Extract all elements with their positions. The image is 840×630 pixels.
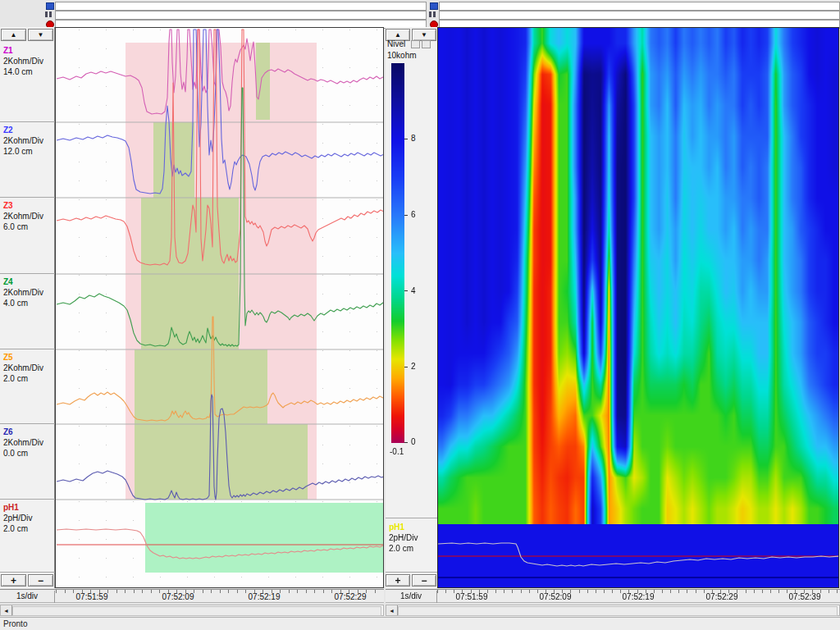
zoom-in-button[interactable]: + bbox=[386, 574, 410, 587]
divider bbox=[0, 499, 55, 500]
channel-position: 6.0 cm bbox=[3, 221, 43, 232]
channel-id: pH1 bbox=[389, 522, 418, 532]
ph-episode-mint bbox=[145, 503, 383, 573]
channel-id: Z3 bbox=[3, 200, 43, 211]
channel-id: Z2 bbox=[3, 125, 43, 135]
scroll-up-button[interactable]: ▲ bbox=[1, 29, 26, 41]
zoom-out-button[interactable]: − bbox=[28, 574, 53, 587]
channel-scale: 2Kohm/Div bbox=[3, 135, 43, 146]
scrollbar-thumb[interactable] bbox=[398, 606, 838, 616]
minor-tick bbox=[211, 590, 212, 593]
minor-tick bbox=[116, 590, 117, 593]
minor-tick bbox=[454, 590, 454, 593]
divider bbox=[386, 572, 437, 573]
minor-tick bbox=[65, 590, 66, 593]
scroll-down-button[interactable]: ▼ bbox=[412, 29, 436, 41]
minor-tick bbox=[687, 590, 687, 593]
channel-position: 2.0 cm bbox=[3, 523, 33, 534]
minor-tick bbox=[620, 590, 621, 593]
colorbar-tick: 4 bbox=[411, 286, 416, 295]
minor-tick bbox=[521, 590, 522, 593]
channel-id: Z4 bbox=[3, 276, 43, 287]
channel-scale: 2Kohm/Div bbox=[3, 287, 43, 298]
minor-tick bbox=[837, 590, 838, 593]
minor-tick bbox=[495, 590, 496, 593]
time-tick-label: 07:52:09 bbox=[540, 592, 572, 601]
impedance-contour-plot[interactable] bbox=[437, 27, 839, 588]
divider bbox=[0, 197, 55, 198]
scroll-left-button[interactable]: ◄ bbox=[386, 605, 398, 615]
level-step-box-2[interactable] bbox=[422, 40, 431, 48]
minor-tick bbox=[237, 590, 238, 593]
ph-strip[interactable] bbox=[438, 524, 838, 587]
minor-tick bbox=[787, 590, 788, 593]
divider bbox=[0, 572, 55, 573]
channel-id: Z1 bbox=[3, 45, 43, 56]
minor-tick bbox=[142, 590, 143, 593]
marker-strip-right-2 bbox=[439, 11, 840, 20]
minor-tick bbox=[56, 590, 57, 593]
contour-scale-gutter: ▲ ▼ Nivel 10kohm 8 6 4 2 0 -0.1 pH1 2pH/… bbox=[386, 27, 437, 588]
channel-scale: 2pH/Div bbox=[3, 513, 33, 523]
time-axis-right: 1s/div 07:51:59 07:52:09 07:52:19 07:52:… bbox=[386, 589, 840, 603]
time-axis-left: 1s/div 07:51:59 07:52:09 07:52:19 07:52:… bbox=[0, 589, 384, 603]
impedance-trace-plot[interactable] bbox=[55, 27, 384, 588]
scroll-left-button[interactable]: ◄ bbox=[1, 605, 12, 615]
minor-tick bbox=[678, 590, 679, 593]
minor-tick bbox=[829, 590, 829, 593]
channel-label-z4: Z4 2Kohm/Div 4.0 cm bbox=[3, 276, 43, 308]
minor-tick bbox=[220, 590, 221, 593]
minor-tick bbox=[662, 590, 663, 593]
time-tick-label: 07:52:19 bbox=[249, 592, 281, 601]
trace-pH1-right bbox=[438, 543, 838, 566]
status-bar: Pronto bbox=[0, 617, 840, 630]
channel-id: Z6 bbox=[3, 427, 43, 437]
minor-tick bbox=[125, 590, 126, 593]
minor-tick bbox=[445, 590, 446, 593]
zoom-out-button[interactable]: − bbox=[412, 574, 436, 587]
users-icon bbox=[45, 11, 52, 18]
time-tick-label: 07:52:29 bbox=[706, 592, 738, 601]
level-step-box-1[interactable] bbox=[411, 40, 420, 48]
users-icon bbox=[429, 11, 436, 18]
minor-tick bbox=[696, 590, 696, 593]
minor-tick bbox=[612, 590, 613, 593]
channel-scale: 2Kohm/Div bbox=[3, 437, 43, 448]
minor-tick bbox=[604, 590, 605, 593]
colorbar-tick: 8 bbox=[411, 134, 416, 143]
minor-tick bbox=[134, 590, 135, 593]
minor-tick bbox=[512, 590, 513, 593]
time-tick-label: 07:52:09 bbox=[162, 592, 194, 601]
minor-tick bbox=[323, 590, 324, 593]
minor-tick bbox=[537, 590, 538, 593]
channel-label-z5: Z5 2Kohm/Div 2.0 cm bbox=[3, 352, 43, 384]
minor-tick bbox=[73, 590, 74, 593]
scroll-down-button[interactable]: ▼ bbox=[28, 29, 53, 41]
impedance-ph-monitor-window: { "window": { "status_text": "Pronto" },… bbox=[0, 0, 840, 630]
zoom-in-button[interactable]: + bbox=[1, 574, 26, 587]
minor-tick bbox=[754, 590, 755, 593]
minor-ticks bbox=[386, 590, 840, 593]
time-tick-label: 07:51:59 bbox=[76, 592, 108, 601]
channel-scale: 2Kohm/Div bbox=[3, 211, 43, 221]
contour-canvas[interactable] bbox=[438, 28, 838, 524]
flag-icon bbox=[430, 2, 438, 10]
colorbar bbox=[391, 63, 408, 443]
scale-max-label: 10kohm bbox=[387, 51, 417, 60]
horizontal-scrollbar-right[interactable]: ◄ bbox=[386, 605, 840, 616]
channel-position: 2.0 cm bbox=[389, 543, 418, 554]
scrollbar-thumb[interactable] bbox=[12, 606, 381, 616]
minor-tick bbox=[159, 590, 160, 593]
minor-tick bbox=[203, 590, 203, 593]
minor-tick bbox=[375, 590, 376, 593]
channel-position: 0.0 cm bbox=[3, 448, 43, 459]
channel-label-z3: Z3 2Kohm/Div 6.0 cm bbox=[3, 200, 43, 232]
minor-tick bbox=[778, 590, 779, 593]
minor-tick bbox=[437, 590, 438, 593]
minor-tick bbox=[314, 590, 315, 593]
minor-tick bbox=[579, 590, 580, 593]
marker-strip-left-1 bbox=[55, 2, 427, 11]
minor-tick bbox=[670, 590, 671, 593]
minor-tick bbox=[746, 590, 746, 593]
horizontal-scrollbar-left[interactable]: ◄ bbox=[0, 605, 384, 616]
